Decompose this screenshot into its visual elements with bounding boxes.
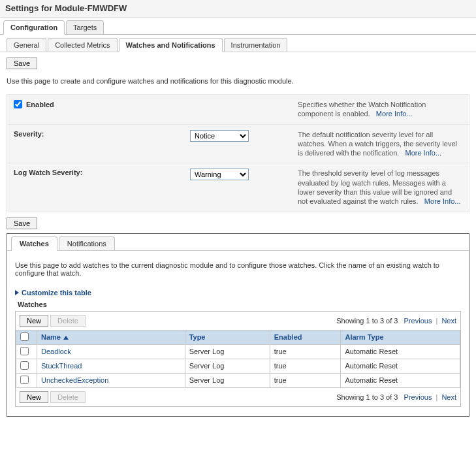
panel-tabs: Watches Notifications: [7, 234, 469, 251]
watch-link[interactable]: Deadlock: [41, 348, 71, 355]
log-watch-severity-select[interactable]: Warning: [190, 169, 249, 180]
cell-alarm: Automatic Reset: [341, 359, 460, 373]
severity-select[interactable]: Notice: [190, 130, 249, 142]
new-button-top[interactable]: New: [20, 315, 48, 327]
cell-type: Server Log: [185, 359, 270, 373]
paging-prev-top[interactable]: Previous: [404, 317, 432, 325]
row-checkbox[interactable]: [20, 347, 29, 355]
sort-asc-icon: [63, 336, 69, 340]
paging-next-top[interactable]: Next: [441, 317, 456, 325]
cell-enabled: true: [270, 373, 341, 387]
enabled-field[interactable]: Enabled: [14, 100, 54, 108]
severity-more-info[interactable]: More Info...: [405, 149, 441, 157]
delete-button-top[interactable]: Delete: [50, 315, 86, 327]
subtab-instrumentation[interactable]: Instrumentation: [224, 38, 288, 52]
col-alarm[interactable]: Alarm Type: [341, 330, 460, 344]
select-all-checkbox[interactable]: [20, 332, 29, 341]
cell-alarm: Automatic Reset: [341, 344, 460, 359]
table-row: StuckThread Server Log true Automatic Re…: [16, 359, 460, 373]
intro-text: Use this page to create and configure wa…: [7, 77, 469, 85]
subtab-watches-notifications[interactable]: Watches and Notifications: [119, 38, 223, 52]
row-checkbox[interactable]: [20, 376, 29, 384]
watches-table: Name Type Enabled Alarm Type Deadlock Se…: [16, 330, 460, 388]
paging-next-bottom[interactable]: Next: [441, 393, 456, 401]
col-enabled[interactable]: Enabled: [270, 330, 341, 344]
page-title: Settings for Module-FMWDFW: [0, 0, 476, 18]
paging-top: Showing 1 to 3 of 3 Previous | Next: [336, 317, 456, 325]
panel-tab-watches[interactable]: Watches: [11, 236, 57, 251]
delete-button-bottom[interactable]: Delete: [50, 391, 86, 403]
severity-label: Severity:: [14, 130, 44, 138]
cell-type: Server Log: [185, 344, 270, 359]
log-watch-severity-label: Log Watch Severity:: [14, 169, 82, 176]
watches-panel: Watches Notifications Use this page to a…: [7, 233, 469, 417]
subtab-collected-metrics[interactable]: Collected Metrics: [48, 38, 117, 52]
new-button-bottom[interactable]: New: [20, 391, 48, 403]
triangle-right-icon: [15, 290, 19, 295]
tab-configuration[interactable]: Configuration: [3, 20, 65, 35]
sub-tabs: General Collected Metrics Watches and No…: [0, 35, 476, 52]
save-button-bottom[interactable]: Save: [7, 218, 37, 229]
cell-enabled: true: [270, 344, 341, 359]
col-type[interactable]: Type: [185, 330, 270, 344]
watch-link[interactable]: StuckThread: [41, 362, 82, 370]
paging-bottom: Showing 1 to 3 of 3 Previous | Next: [336, 393, 456, 401]
log-watch-severity-more-info[interactable]: More Info...: [424, 197, 461, 205]
cell-enabled: true: [270, 359, 341, 373]
col-name[interactable]: Name: [37, 330, 185, 344]
subtab-general[interactable]: General: [7, 38, 46, 52]
settings-block: Enabled Specifies whether the Watch Noti…: [7, 94, 469, 212]
row-checkbox[interactable]: [20, 361, 29, 370]
customize-table-link[interactable]: Customize this table: [15, 289, 91, 297]
table-row: UncheckedException Server Log true Autom…: [16, 373, 460, 387]
enabled-checkbox[interactable]: [14, 100, 22, 108]
watches-heading: Watches: [18, 300, 461, 308]
cell-type: Server Log: [185, 373, 270, 387]
cell-alarm: Automatic Reset: [341, 373, 460, 387]
main-tabs: Configuration Targets: [0, 18, 476, 35]
tab-targets[interactable]: Targets: [66, 20, 104, 34]
paging-prev-bottom[interactable]: Previous: [404, 393, 432, 401]
panel-intro: Use this page to add watches to the curr…: [15, 261, 461, 277]
table-row: Deadlock Server Log true Automatic Reset: [16, 344, 460, 359]
enabled-more-info[interactable]: More Info...: [376, 110, 413, 118]
enabled-label: Enabled: [26, 101, 54, 108]
watches-table-wrap: New Delete Showing 1 to 3 of 3 Previous …: [15, 311, 461, 407]
watch-link[interactable]: UncheckedException: [41, 376, 108, 384]
save-button-top[interactable]: Save: [7, 57, 37, 69]
panel-tab-notifications[interactable]: Notifications: [59, 236, 115, 250]
